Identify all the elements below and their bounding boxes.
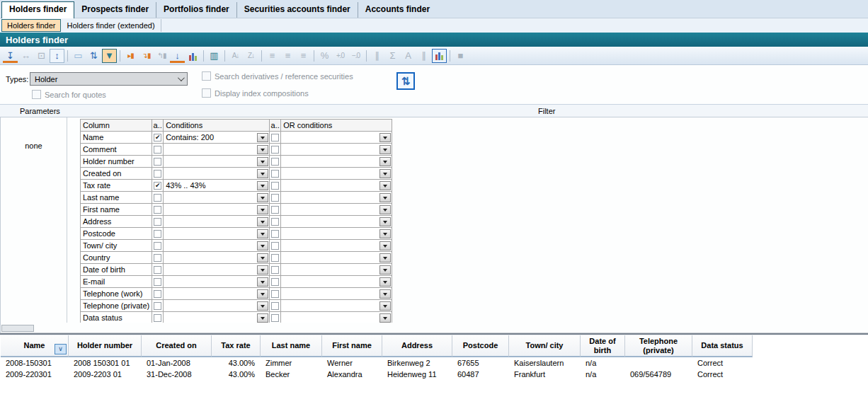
filter-header-column[interactable]: Column — [81, 120, 152, 132]
condition-dropdown-button[interactable] — [257, 313, 268, 323]
auto-width-icon[interactable]: ▭ — [71, 49, 86, 63]
types-combobox[interactable]: Holder — [30, 72, 188, 86]
or-checkbox[interactable] — [271, 158, 279, 166]
chart-columns-icon[interactable] — [185, 49, 200, 63]
or-condition-dropdown-button[interactable] — [379, 289, 391, 299]
results-column-header[interactable]: Data status — [692, 335, 753, 357]
condition-dropdown-button[interactable] — [257, 253, 268, 262]
and-checkbox[interactable] — [154, 254, 161, 262]
or-checkbox[interactable] — [271, 314, 279, 322]
condition-dropdown-button[interactable] — [257, 301, 268, 311]
or-condition-dropdown-button[interactable] — [379, 277, 391, 287]
and-checkbox[interactable] — [154, 314, 161, 322]
condition-dropdown-button[interactable] — [257, 157, 268, 166]
or-condition-dropdown-button[interactable] — [379, 265, 391, 275]
and-checkbox[interactable] — [154, 242, 161, 250]
import-layout-icon[interactable]: ↧ — [3, 49, 18, 63]
and-checkbox[interactable]: ✔ — [154, 134, 161, 142]
condition-dropdown-button[interactable] — [257, 205, 268, 214]
or-condition-dropdown-button[interactable] — [379, 229, 391, 238]
or-condition-dropdown-button[interactable] — [379, 253, 391, 262]
results-column-header[interactable]: Holder number — [69, 335, 142, 357]
tab-holders-finder[interactable]: Holders finder — [1, 1, 74, 18]
insert-column-below-icon[interactable]: ↴▮ — [139, 49, 154, 63]
insert-column-right-icon[interactable]: ▸▮ — [123, 49, 138, 63]
or-checkbox[interactable] — [271, 206, 279, 214]
and-checkbox[interactable] — [154, 266, 161, 274]
execute-search-button[interactable]: ⇅ — [396, 72, 415, 90]
subtab-holders-finder[interactable]: Holders finder — [1, 19, 61, 32]
results-column-header[interactable]: Tax rate — [212, 335, 261, 357]
and-checkbox[interactable] — [154, 302, 161, 310]
and-checkbox[interactable] — [154, 170, 161, 178]
name-filter-dropdown-button[interactable]: ∨ — [55, 344, 67, 354]
filter-header-and[interactable]: a.. — [152, 120, 164, 132]
results-column-header[interactable]: Date of birth — [581, 335, 625, 357]
and-checkbox[interactable]: ✔ — [154, 182, 161, 190]
or-checkbox[interactable] — [271, 182, 279, 190]
column-stripes-icon[interactable]: ▥ — [207, 49, 222, 63]
chart-icon[interactable] — [432, 49, 447, 63]
results-column-header[interactable]: First name — [322, 335, 382, 357]
results-column-header[interactable]: Postcode — [452, 335, 509, 357]
and-checkbox[interactable] — [154, 290, 161, 298]
condition-dropdown-button[interactable] — [257, 217, 268, 226]
or-condition-dropdown-button[interactable] — [379, 157, 391, 166]
or-checkbox[interactable] — [271, 146, 279, 154]
scrollbar-thumb[interactable] — [1, 325, 34, 332]
results-column-header[interactable]: Town/ city — [509, 335, 581, 357]
condition-value[interactable]: 43% .. 43% — [166, 181, 257, 190]
expand-rows-icon[interactable]: ↕ — [50, 49, 64, 63]
or-condition-dropdown-button[interactable] — [379, 181, 391, 190]
filter-header-and-or[interactable]: a.. — [270, 120, 281, 132]
tab-securities-accounts-finder[interactable]: Securities accounts finder — [237, 2, 358, 18]
filter-icon[interactable]: ▼ — [102, 49, 117, 63]
or-checkbox[interactable] — [271, 266, 279, 274]
or-condition-dropdown-button[interactable] — [379, 205, 391, 214]
and-checkbox[interactable] — [154, 278, 161, 286]
or-checkbox[interactable] — [271, 230, 279, 238]
and-checkbox[interactable] — [154, 158, 161, 166]
search-derivatives-checkbox[interactable] — [202, 71, 211, 81]
or-checkbox[interactable] — [271, 302, 279, 310]
or-condition-dropdown-button[interactable] — [379, 133, 391, 142]
condition-dropdown-button[interactable] — [257, 289, 268, 299]
results-column-header[interactable]: Address — [382, 335, 452, 357]
results-column-header[interactable]: Last name — [261, 335, 322, 357]
subtab-holders-finder-extended[interactable]: Holders finder (extended) — [61, 19, 161, 32]
condition-dropdown-button[interactable] — [257, 265, 268, 275]
or-checkbox[interactable] — [271, 170, 279, 178]
or-condition-dropdown-button[interactable] — [379, 217, 391, 226]
or-checkbox[interactable] — [271, 254, 279, 262]
condition-dropdown-button[interactable] — [257, 193, 268, 202]
filter-horizontal-scrollbar[interactable] — [0, 323, 868, 333]
tab-portfolios-finder[interactable]: Portfolios finder — [156, 2, 237, 18]
or-condition-dropdown-button[interactable] — [379, 169, 391, 178]
condition-dropdown-button[interactable] — [257, 145, 268, 154]
results-column-header[interactable]: Created on — [142, 335, 212, 357]
condition-dropdown-button[interactable] — [257, 277, 268, 287]
or-checkbox[interactable] — [271, 278, 279, 286]
tab-accounts-finder[interactable]: Accounts finder — [358, 2, 437, 18]
and-checkbox[interactable] — [154, 146, 161, 154]
and-checkbox[interactable] — [154, 230, 161, 238]
result-row[interactable]: 2008-1503012008 150301 0101-Jan-200843.0… — [1, 357, 753, 369]
and-checkbox[interactable] — [154, 206, 161, 214]
or-checkbox[interactable] — [271, 218, 279, 226]
condition-dropdown-button[interactable] — [257, 181, 268, 190]
display-index-compositions-checkbox[interactable] — [202, 88, 211, 98]
or-condition-dropdown-button[interactable] — [379, 313, 391, 323]
or-checkbox[interactable] — [271, 242, 279, 250]
condition-dropdown-button[interactable] — [257, 241, 268, 250]
refresh-icon[interactable]: ⇅ — [86, 49, 101, 63]
or-condition-dropdown-button[interactable] — [379, 145, 391, 154]
or-checkbox[interactable] — [271, 134, 279, 142]
or-condition-dropdown-button[interactable] — [379, 193, 391, 202]
results-column-header[interactable]: Name∨ — [1, 335, 69, 357]
filter-header-or-conditions[interactable]: OR conditions — [281, 120, 392, 132]
results-column-header[interactable]: Telephone (private) — [625, 335, 692, 357]
or-checkbox[interactable] — [271, 290, 279, 298]
condition-dropdown-button[interactable] — [257, 133, 268, 142]
condition-dropdown-button[interactable] — [257, 169, 268, 178]
and-checkbox[interactable] — [154, 194, 161, 202]
